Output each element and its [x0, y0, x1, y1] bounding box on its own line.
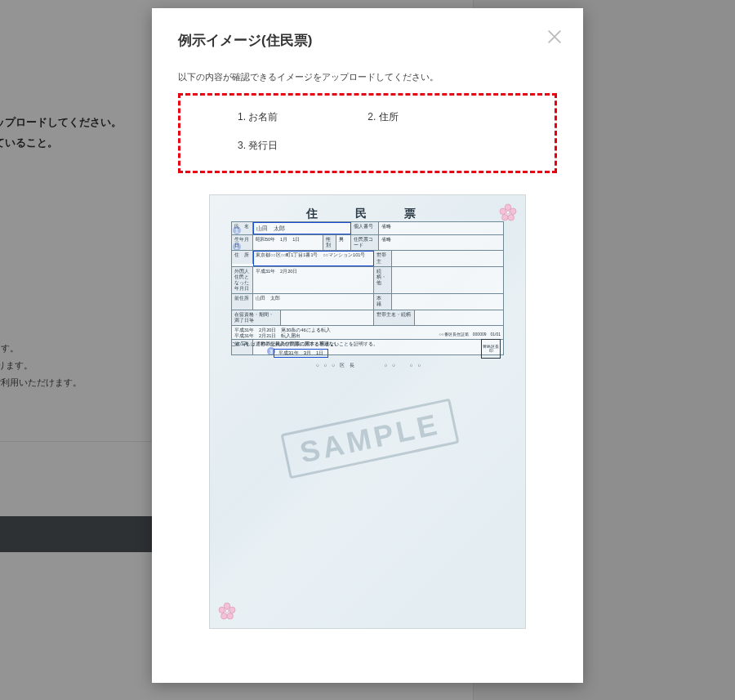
field-value: 山田 太郎 [253, 294, 374, 309]
field-value: 昭和50年 1月 1日 [253, 235, 323, 250]
field-label: 在留資格・期間・満了日等 [232, 310, 281, 325]
field-value: 省略 [379, 235, 415, 250]
name-value: 山田 太郎 [253, 222, 351, 234]
address-value: 東京都○○区○○町1丁目1番1号 ○○マンション101号 [253, 251, 374, 265]
example-image-modal: 例示イメージ(住民票) 以下の内容が確認できるイメージをアップロードしてください… [152, 8, 583, 683]
svg-point-15 [225, 609, 229, 613]
required-fields-box: 1. お名前 2. 住所 3. 発行日 [178, 93, 557, 173]
mayor-line: ○○○区長 ○○ ○○ [316, 362, 425, 369]
field-value: 省略 [379, 222, 415, 234]
field-label: 住民票コード [351, 235, 379, 250]
field-label: 性別 [323, 235, 336, 250]
document-heading: 住 民 票 [210, 207, 525, 221]
field-value: 平成31年 2月20日 [253, 267, 374, 294]
required-field: 2. 住所 [368, 110, 398, 124]
close-icon[interactable] [546, 28, 564, 49]
required-field: 3. 発行日 [238, 140, 278, 151]
field-label: 生年月日 [232, 235, 253, 250]
svg-point-14 [227, 613, 234, 620]
cherry-blossom-icon [215, 599, 239, 623]
field-value [281, 310, 374, 325]
field-label: 氏 名 [232, 222, 253, 234]
field-value: 男 [336, 235, 351, 250]
field-value [392, 294, 503, 309]
field-label: 個人番号 [351, 222, 379, 234]
field-label: 世帯主 [374, 251, 392, 265]
required-field: 1. お名前 [238, 110, 278, 124]
field-value [392, 267, 503, 294]
modal-subtitle: 以下の内容が確認できるイメージをアップロードしてください。 [178, 71, 557, 83]
svg-point-12 [229, 607, 236, 613]
field-label: 前住所 [232, 294, 253, 309]
issue-date: 平成31年 3月 1日 [274, 349, 328, 358]
field-label: 世帯主名・続柄 [374, 310, 415, 325]
issuer-seal: 豊島区長印 [481, 339, 501, 359]
field-label: 続柄・他 [374, 267, 392, 294]
svg-point-10 [224, 603, 230, 609]
field-value [392, 251, 503, 265]
certification-line: この写しは、世帯全員の住民票の原本と相違ないことを証明する。 [231, 341, 378, 348]
sample-watermark: SAMPLE [280, 399, 459, 479]
modal-overlay[interactable]: 例示イメージ(住民票) 以下の内容が確認できるイメージをアップロードしてください… [0, 0, 735, 700]
issuer-number: ○○番区長住証第 000009 01/01 [439, 332, 501, 337]
field-value [415, 310, 503, 325]
field-label: 住 所 [232, 251, 253, 264]
svg-point-11 [219, 607, 225, 613]
modal-title: 例示イメージ(住民票) [178, 31, 557, 50]
field-label: 本 籍 [374, 294, 392, 309]
sample-document: 住 民 票 1 2 3 氏 名 山田 太郎 個人番号 省略 生年月日 昭和50年… [209, 194, 526, 629]
field-label: 外国人住民となった年月日 [232, 267, 253, 294]
svg-point-13 [221, 613, 228, 620]
